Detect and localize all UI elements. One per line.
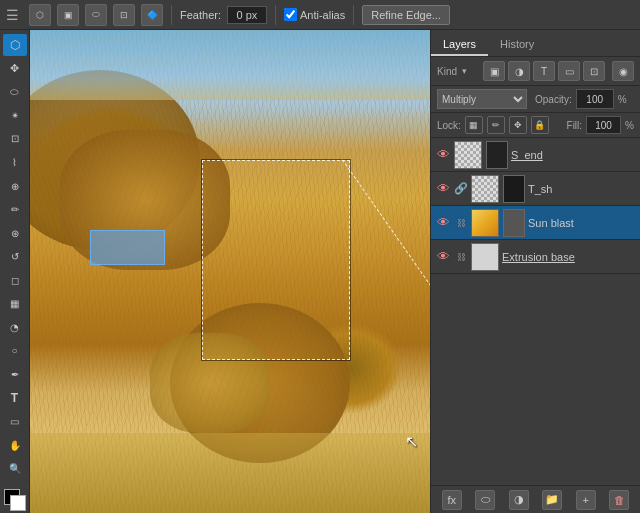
canvas-image: ↖ — [30, 30, 430, 513]
layer-visibility-s-end[interactable]: 👁 — [435, 147, 451, 163]
ground-area — [30, 433, 430, 513]
layer-mask-sun-blast — [503, 209, 525, 237]
canvas-area: ↖ — [30, 30, 430, 513]
eyedropper-tool[interactable]: ⌇ — [3, 152, 27, 174]
zoom-tool[interactable]: 🔍 — [3, 458, 27, 480]
shape-tool[interactable]: ▭ — [3, 411, 27, 433]
feather-label: Feather: — [180, 9, 221, 21]
panel-bottom-buttons: fx ⬭ ◑ 📁 + 🗑 — [431, 485, 640, 513]
tool-icon-3[interactable]: ⬭ — [85, 4, 107, 26]
opacity-input[interactable] — [576, 89, 614, 109]
add-fx-button[interactable]: fx — [442, 490, 462, 510]
fill-input[interactable] — [586, 116, 621, 134]
eraser-tool[interactable]: ◻ — [3, 269, 27, 291]
ps-menu-icon[interactable]: ☰ — [6, 7, 19, 23]
add-mask-button[interactable]: ⬭ — [475, 490, 495, 510]
brush-tool[interactable]: ✏ — [3, 199, 27, 221]
kind-label: Kind — [437, 66, 457, 77]
fill-label: Fill: — [567, 120, 583, 131]
lock-transparent-btn[interactable]: ▦ — [465, 116, 483, 134]
left-toolbar: ⬡ ✥ ⬭ ✴ ⊡ ⌇ ⊕ ✏ ⊛ ↺ ◻ ▦ ◔ ○ ✒ T ▭ ✋ 🔍 — [0, 30, 30, 513]
layer-filter-toggle[interactable]: ◉ — [612, 61, 634, 81]
tool-icon-5[interactable]: 🔷 — [141, 4, 163, 26]
opacity-label: Opacity: — [535, 94, 572, 105]
move-tool[interactable]: ✥ — [3, 58, 27, 80]
blend-mode-select[interactable]: Multiply — [437, 89, 527, 109]
layer-visibility-sun-blast[interactable]: 👁 — [435, 215, 451, 231]
refine-edge-button[interactable]: Refine Edge... — [362, 5, 450, 25]
foreground-color-swatch[interactable] — [4, 489, 26, 509]
layer-filter-adjustment[interactable]: ◑ — [508, 61, 530, 81]
layers-list: 👁 S_end 👁 🔗 T_sh 👁 ⛓ Sun blast — [431, 138, 640, 485]
lock-all-btn[interactable]: 🔒 — [531, 116, 549, 134]
lock-row: Lock: ▦ ✏ ✥ 🔒 Fill: % — [431, 113, 640, 138]
layer-filter-type[interactable]: T — [533, 61, 555, 81]
layer-thumb-s-end — [454, 141, 482, 169]
tool-icon-1[interactable]: ⬡ — [29, 4, 51, 26]
antialias-checkbox[interactable] — [284, 8, 297, 21]
panel-tabs: Layers History — [431, 30, 640, 57]
crop-tool[interactable]: ⊡ — [3, 128, 27, 150]
panel-filter-toolbar: Kind ▾ ▣ ◑ T ▭ ⊡ ◉ — [431, 57, 640, 86]
separator-2 — [275, 5, 276, 25]
lasso-tool[interactable]: ⬭ — [3, 81, 27, 103]
layer-visibility-t-sh[interactable]: 👁 — [435, 181, 451, 197]
delete-layer-button[interactable]: 🗑 — [609, 490, 629, 510]
hand-tool[interactable]: ✋ — [3, 434, 27, 456]
tab-layers[interactable]: Layers — [431, 34, 488, 56]
lock-label: Lock: — [437, 120, 461, 131]
layer-item-t-sh[interactable]: 👁 🔗 T_sh — [431, 172, 640, 206]
layer-item-sun-blast[interactable]: 👁 ⛓ Sun blast — [431, 206, 640, 240]
dodge-tool[interactable]: ○ — [3, 340, 27, 362]
lock-position-btn[interactable]: ✥ — [509, 116, 527, 134]
text-layer-overlay — [90, 230, 165, 265]
layer-link-extrusion-base[interactable]: ⛓ — [454, 250, 468, 264]
blend-opacity-row: Multiply Opacity: % — [431, 86, 640, 113]
right-panel: Layers History Kind ▾ ▣ ◑ T ▭ ⊡ ◉ Multip… — [430, 30, 640, 513]
history-brush-tool[interactable]: ↺ — [3, 246, 27, 268]
cursor-arrow: ↖ — [405, 432, 418, 451]
layer-name-t-sh: T_sh — [528, 183, 636, 195]
separator-1 — [171, 5, 172, 25]
tab-history[interactable]: History — [488, 34, 546, 56]
feather-input[interactable] — [227, 6, 267, 24]
layer-thumb-t-sh — [471, 175, 499, 203]
top-toolbar: ☰ ⬡ ▣ ⬭ ⊡ 🔷 Feather: Anti-alias Refine E… — [0, 0, 640, 30]
select-rectangular-tool[interactable]: ⬡ — [3, 34, 27, 56]
layer-visibility-extrusion-base[interactable]: 👁 — [435, 249, 451, 265]
sky-area — [30, 30, 430, 100]
antialias-label[interactable]: Anti-alias — [284, 8, 345, 21]
layer-name-extrusion-base: Extrusion base — [502, 251, 636, 263]
layer-item-s-end[interactable]: 👁 S_end — [431, 138, 640, 172]
layer-name-sun-blast: Sun blast — [528, 217, 636, 229]
spot-healing-tool[interactable]: ⊕ — [3, 175, 27, 197]
blur-tool[interactable]: ◔ — [3, 317, 27, 339]
kind-dropdown-arrow[interactable]: ▾ — [462, 66, 467, 76]
pen-tool[interactable]: ✒ — [3, 364, 27, 386]
fill-percent: % — [625, 120, 634, 131]
selection-marquee — [202, 160, 350, 360]
layer-link-sun-blast[interactable]: ⛓ — [454, 216, 468, 230]
add-adjustment-button[interactable]: ◑ — [509, 490, 529, 510]
layer-filter-smartobj[interactable]: ⊡ — [583, 61, 605, 81]
clone-stamp-tool[interactable]: ⊛ — [3, 222, 27, 244]
layer-mask-t-sh — [503, 175, 525, 203]
layer-item-extrusion-base[interactable]: 👁 ⛓ Extrusion base — [431, 240, 640, 274]
quick-select-tool[interactable]: ✴ — [3, 105, 27, 127]
layer-name-s-end: S_end — [511, 149, 636, 161]
text-tool[interactable]: T — [3, 387, 27, 409]
tool-icon-4[interactable]: ⊡ — [113, 4, 135, 26]
layer-thumb-sun-blast — [471, 209, 499, 237]
layer-link-t-sh[interactable]: 🔗 — [454, 182, 468, 196]
opacity-percent: % — [618, 94, 627, 105]
lock-image-btn[interactable]: ✏ — [487, 116, 505, 134]
layer-filter-shape[interactable]: ▭ — [558, 61, 580, 81]
layer-filter-pixel[interactable]: ▣ — [483, 61, 505, 81]
tool-icon-2[interactable]: ▣ — [57, 4, 79, 26]
gradient-tool[interactable]: ▦ — [3, 293, 27, 315]
create-layer-button[interactable]: + — [576, 490, 596, 510]
layer-thumb-extrusion-base — [471, 243, 499, 271]
layer-mask-s-end — [486, 141, 508, 169]
separator-3 — [353, 5, 354, 25]
create-group-button[interactable]: 📁 — [542, 490, 562, 510]
